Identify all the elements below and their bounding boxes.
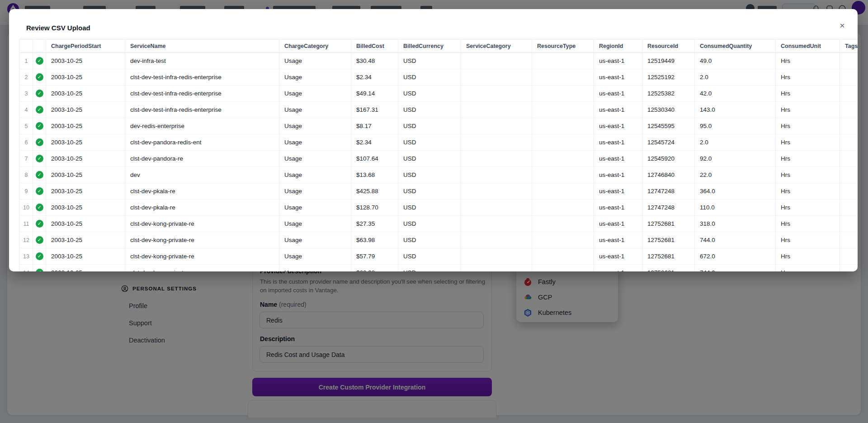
table-cell: us-east-1	[594, 102, 642, 118]
check-circle-icon: ✓	[36, 171, 43, 179]
table-cell: 2003-10-25	[46, 69, 125, 86]
table-cell	[840, 265, 858, 271]
table-cell: 2.0	[695, 134, 776, 151]
table-cell	[532, 118, 594, 134]
row-number: 11	[20, 216, 33, 232]
check-circle-icon: ✓	[36, 122, 43, 130]
check-circle-icon: ✓	[36, 138, 43, 146]
table-cell: $57.79	[351, 248, 398, 265]
table-cell: clst-dev-kong-private-re	[125, 248, 279, 265]
table-cell: 12752681	[642, 248, 695, 265]
table-cell: Hrs	[776, 151, 840, 167]
table-cell: Hrs	[776, 86, 840, 102]
table-cell	[840, 118, 858, 134]
table-cell: 672.0	[695, 248, 776, 265]
column-header-servicename[interactable]: ServiceName	[125, 39, 279, 53]
table-cell: $13.68	[351, 167, 398, 183]
column-header-regionid[interactable]: RegionId	[594, 39, 642, 53]
row-status-cell: ✓	[33, 69, 46, 86]
row-status-cell: ✓	[33, 53, 46, 69]
column-header-billedcost[interactable]: BilledCost	[351, 39, 398, 53]
table-cell	[840, 69, 858, 86]
column-header-billedcurrency[interactable]: BilledCurrency	[398, 39, 461, 53]
table-cell: Usage	[279, 102, 351, 118]
table-cell	[532, 232, 594, 248]
table-cell	[461, 248, 532, 265]
table-cell: Hrs	[776, 216, 840, 232]
table-cell: us-east-1	[594, 86, 642, 102]
table-cell: 12747248	[642, 200, 695, 216]
table-cell: dev-infra-test	[125, 53, 279, 69]
close-button[interactable]: ✕	[837, 20, 848, 31]
column-header-tags[interactable]: Tags	[840, 39, 858, 53]
table-cell: $425.88	[351, 183, 398, 200]
csv-table: ChargePeriodStartServiceNameChargeCatego…	[19, 39, 858, 271]
table-cell	[461, 183, 532, 200]
row-status-cell: ✓	[33, 86, 46, 102]
table-cell: $167.31	[351, 102, 398, 118]
table-cell	[532, 102, 594, 118]
table-cell: 2003-10-25	[46, 265, 125, 271]
table-cell: 2003-10-25	[46, 151, 125, 167]
table-cell: 744.0	[695, 265, 776, 271]
table-cell: dev-redis-enterprise	[125, 118, 279, 134]
row-status-cell: ✓	[33, 102, 46, 118]
row-number: 12	[20, 232, 33, 248]
check-circle-icon: ✓	[36, 204, 43, 211]
table-cell: 2003-10-25	[46, 183, 125, 200]
table-cell: 143.0	[695, 102, 776, 118]
check-circle-icon: ✓	[36, 236, 43, 244]
table-cell: us-east-1	[594, 167, 642, 183]
table-cell: Hrs	[776, 183, 840, 200]
row-number: 4	[20, 102, 33, 118]
table-cell	[840, 167, 858, 183]
table-cell: 12545595	[642, 118, 695, 134]
table-cell: us-east-1	[594, 134, 642, 151]
table-cell	[461, 69, 532, 86]
table-cell: us-east-1	[594, 53, 642, 69]
column-header-rownum	[20, 39, 33, 53]
row-number: 10	[20, 200, 33, 216]
table-cell	[461, 118, 532, 134]
table-cell: 12752681	[642, 232, 695, 248]
row-status-cell: ✓	[33, 183, 46, 200]
table-cell: 49.0	[695, 53, 776, 69]
table-cell: 744.0	[695, 232, 776, 248]
column-header-resourcetype[interactable]: ResourceType	[532, 39, 594, 53]
column-header-consumedquantity[interactable]: ConsumedQuantity	[695, 39, 776, 53]
table-cell: Hrs	[776, 200, 840, 216]
column-header-servicecategory[interactable]: ServiceCategory	[461, 39, 532, 53]
table-cell: 2003-10-25	[46, 118, 125, 134]
check-circle-icon: ✓	[36, 106, 43, 114]
table-cell: Hrs	[776, 232, 840, 248]
modal-title: Review CSV Upload	[26, 24, 90, 32]
table-cell: us-east-1	[594, 216, 642, 232]
table-cell: 364.0	[695, 183, 776, 200]
table-cell: $63.98	[351, 265, 398, 271]
row-number: 1	[20, 53, 33, 69]
table-cell: us-east-1	[594, 151, 642, 167]
column-header-chargeperiodstart[interactable]: ChargePeriodStart	[46, 39, 125, 53]
table-cell: clst-dev-pkala-re	[125, 200, 279, 216]
table-cell: $128.70	[351, 200, 398, 216]
table-cell: clst-dev-test-infra-redis-enterprise	[125, 69, 279, 86]
table-cell: $2.34	[351, 69, 398, 86]
table-cell: $27.35	[351, 216, 398, 232]
row-status-cell: ✓	[33, 200, 46, 216]
column-header-chargecategory[interactable]: ChargeCategory	[279, 39, 351, 53]
table-cell: USD	[398, 69, 461, 86]
table-cell: Hrs	[776, 248, 840, 265]
table-cell	[532, 69, 594, 86]
check-circle-icon: ✓	[36, 187, 43, 195]
row-number: 14	[20, 265, 33, 271]
table-cell: USD	[398, 232, 461, 248]
row-number: 9	[20, 183, 33, 200]
column-header-consumedunit[interactable]: ConsumedUnit	[776, 39, 840, 53]
column-header-resourceid[interactable]: ResourceId	[642, 39, 695, 53]
table-cell	[461, 200, 532, 216]
row-number: 8	[20, 167, 33, 183]
table-cell: 2003-10-25	[46, 134, 125, 151]
table-cell: 2.0	[695, 69, 776, 86]
table-cell: USD	[398, 151, 461, 167]
table-cell: Hrs	[776, 134, 840, 151]
